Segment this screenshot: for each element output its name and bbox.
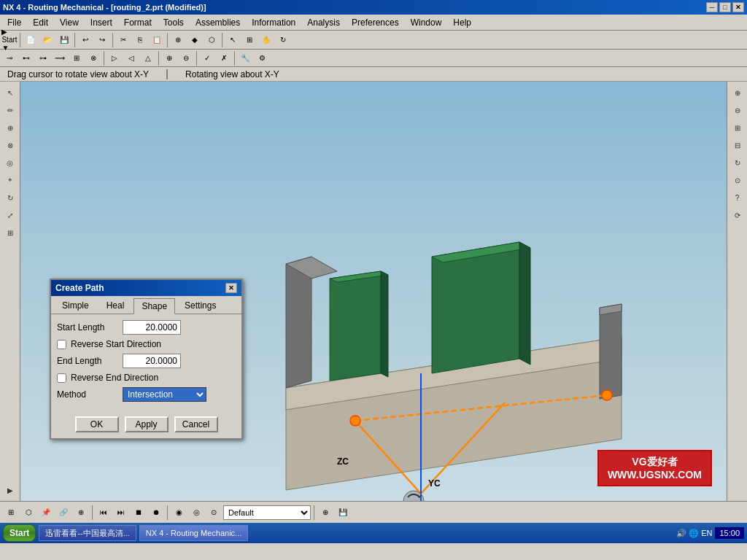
right-btn-6[interactable]: ⊙	[729, 172, 746, 188]
tb2-btn4[interactable]: ⟿	[52, 50, 68, 66]
bt-btn11[interactable]: ◎	[188, 505, 204, 521]
bt-btn9[interactable]: ⏺	[148, 505, 164, 521]
left-btn-select[interactable]: ↖	[2, 85, 18, 101]
close-button[interactable]: ✕	[732, 2, 744, 12]
left-btn-8[interactable]: ⤢	[2, 207, 18, 223]
maximize-button[interactable]: □	[719, 2, 731, 12]
tb2-btn10[interactable]: ⊕	[161, 50, 177, 66]
menu-format[interactable]: Format	[118, 16, 158, 29]
tab-heal[interactable]: Heal	[98, 298, 133, 314]
tb2-btn14[interactable]: ⚙	[254, 50, 270, 66]
bt-btn6[interactable]: ⏮	[96, 505, 112, 521]
menu-tools[interactable]: Tools	[158, 16, 190, 29]
menu-window[interactable]: Window	[405, 16, 448, 29]
menu-view[interactable]: View	[54, 16, 85, 29]
svg-text:ZC: ZC	[337, 456, 349, 467]
tb2-btn2[interactable]: ⊷	[18, 50, 34, 66]
start-length-input[interactable]	[123, 320, 181, 335]
copy-btn[interactable]: ⎘	[132, 32, 148, 48]
left-btn-5[interactable]: ◎	[2, 155, 18, 171]
bt-btn1[interactable]: ⊞	[3, 505, 19, 521]
minimize-button[interactable]: ─	[706, 2, 718, 12]
bt-btn12[interactable]: ⊙	[206, 505, 222, 521]
svg-marker-4	[330, 271, 381, 381]
taskbar-item-nx[interactable]: NX 4 - Routing Mechanic...	[139, 525, 248, 541]
tb2-btn9[interactable]: △	[140, 50, 156, 66]
bt-btn14[interactable]: 💾	[335, 505, 351, 521]
left-btn-2[interactable]: ✏	[2, 102, 18, 118]
bt-btn5[interactable]: ⊕	[73, 505, 89, 521]
menu-help[interactable]: Help	[447, 16, 477, 29]
save-btn[interactable]: 💾	[56, 32, 72, 48]
menu-analysis[interactable]: Analysis	[301, 16, 346, 29]
select-btn[interactable]: ↖	[225, 32, 241, 48]
start-button[interactable]: Start	[3, 524, 36, 542]
tb2-btn6[interactable]: ⊗	[85, 50, 101, 66]
viewport[interactable]: ZC YC Create Path ✕ Simple Heal Shape Se…	[20, 82, 727, 501]
reverse-start-checkbox[interactable]	[57, 340, 66, 349]
tb2-check1[interactable]: ✓	[199, 50, 215, 66]
right-btn-4[interactable]: ⊟	[729, 137, 746, 153]
new-btn[interactable]: 📄	[23, 32, 39, 48]
tab-settings[interactable]: Settings	[177, 298, 224, 314]
menu-assemblies[interactable]: Assemblies	[190, 16, 246, 29]
tb2-btn1[interactable]: ⊸	[1, 50, 18, 66]
render-btn[interactable]: ◆	[187, 32, 203, 48]
left-btn-expand[interactable]: ▶	[2, 482, 18, 498]
tb2-btn3[interactable]: ⊶	[35, 50, 51, 66]
tb2-btn7[interactable]: ▷	[107, 50, 123, 66]
snap-btn[interactable]: ⊕	[170, 32, 186, 48]
cancel-button[interactable]: Cancel	[174, 416, 218, 432]
left-btn-9[interactable]: ⊞	[2, 225, 18, 241]
zoom-btn[interactable]: ⊞	[241, 32, 258, 48]
taskbar-item-thunder[interactable]: 迅雷看看--中国最高清...	[39, 525, 136, 541]
tb2-btn8[interactable]: ◁	[123, 50, 139, 66]
right-btn-8[interactable]: ⟳	[729, 207, 746, 223]
reverse-end-checkbox[interactable]	[57, 373, 66, 383]
bt-btn7[interactable]: ⏭	[113, 505, 129, 521]
view3d-btn[interactable]: ⬡	[204, 32, 220, 48]
tb2-btn5[interactable]: ⊞	[69, 50, 85, 66]
dialog-title-bar[interactable]: Create Path ✕	[51, 280, 241, 296]
end-length-input[interactable]	[123, 354, 181, 368]
dialog-close-button[interactable]: ✕	[225, 283, 237, 293]
bt-dropdown[interactable]: Default	[223, 505, 311, 520]
tb2-btn11[interactable]: ⊖	[178, 50, 194, 66]
method-select[interactable]: Intersection Along X Along Y Along Z	[123, 387, 206, 402]
tb2-btn13[interactable]: 🔧	[237, 50, 253, 66]
right-btn-1[interactable]: ⊕	[729, 85, 746, 101]
left-btn-4[interactable]: ⊗	[2, 137, 18, 153]
right-btn-3[interactable]: ⊞	[729, 120, 746, 136]
cut-btn[interactable]: ✂	[115, 32, 131, 48]
hint-left: Drag cursor to rotate view about X-Y	[7, 69, 149, 79]
bt-btn3[interactable]: 📌	[38, 505, 54, 521]
open-btn[interactable]: 📂	[39, 32, 55, 48]
menu-information[interactable]: Information	[246, 16, 301, 29]
right-btn-5[interactable]: ↻	[729, 155, 746, 171]
bt-btn4[interactable]: 🔗	[55, 505, 71, 521]
right-btn-2[interactable]: ⊖	[729, 102, 746, 118]
rotate-btn[interactable]: ↻	[275, 32, 291, 48]
menu-file[interactable]: File	[1, 16, 27, 29]
bt-btn2[interactable]: ⬡	[20, 505, 36, 521]
tab-shape[interactable]: Shape	[133, 298, 175, 314]
left-btn-3[interactable]: ⊕	[2, 120, 18, 136]
start-dropdown-btn[interactable]: ▶ Start ▼	[1, 32, 18, 48]
menu-preferences[interactable]: Preferences	[346, 16, 405, 29]
bt-btn10[interactable]: ◉	[171, 505, 187, 521]
left-btn-6[interactable]: ⌖	[2, 172, 18, 188]
left-btn-7[interactable]: ↻	[2, 190, 18, 206]
tab-simple[interactable]: Simple	[54, 298, 97, 314]
ok-button[interactable]: OK	[75, 416, 119, 432]
bt-btn13[interactable]: ⊕	[317, 505, 333, 521]
apply-button[interactable]: Apply	[125, 416, 169, 432]
redo-btn[interactable]: ↪	[94, 32, 110, 48]
tb2-btn12[interactable]: ✗	[216, 50, 232, 66]
menu-edit[interactable]: Edit	[27, 16, 54, 29]
paste-btn[interactable]: 📋	[149, 32, 165, 48]
undo-btn[interactable]: ↩	[77, 32, 93, 48]
right-btn-7[interactable]: ?	[729, 190, 746, 206]
bt-btn8[interactable]: ⏹	[131, 505, 147, 521]
menu-insert[interactable]: Insert	[85, 16, 118, 29]
pan-btn[interactable]: ✋	[258, 32, 274, 48]
